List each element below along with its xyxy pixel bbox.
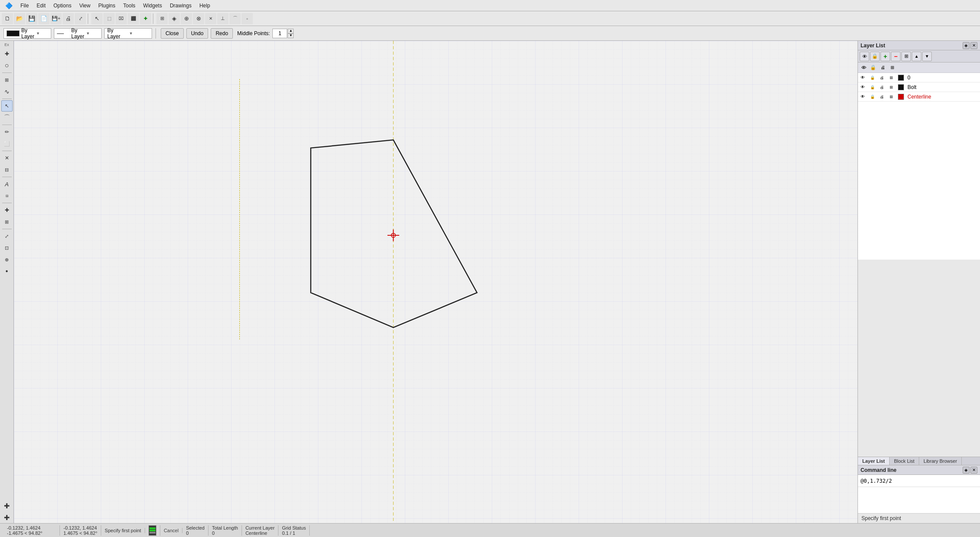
- snap-perpendicular-button[interactable]: ⊥: [217, 13, 228, 24]
- menu-options[interactable]: Options: [50, 2, 75, 10]
- linewidth-select[interactable]: By Layer ▼: [104, 28, 152, 39]
- cmd-pin-btn[interactable]: ◈: [963, 467, 970, 474]
- deselect-button[interactable]: ⌧: [116, 13, 127, 24]
- save-as-button[interactable]: 📄: [38, 13, 50, 24]
- menu-view[interactable]: View: [76, 2, 94, 10]
- canvas-area[interactable]: [14, 41, 858, 523]
- grid-button[interactable]: ⊞: [156, 13, 168, 24]
- layer-lock-btn[interactable]: 🔒: [870, 52, 880, 61]
- insert-point-button[interactable]: ✚: [140, 13, 151, 24]
- select-button[interactable]: ↖: [91, 13, 103, 24]
- wave-btn[interactable]: ∿: [1, 86, 13, 97]
- layer-up-btn[interactable]: ▲: [912, 52, 921, 61]
- layer-bolt-color[interactable]: [896, 84, 906, 90]
- layer-0-print[interactable]: 🖨: [877, 76, 887, 80]
- midpoints-up[interactable]: ▲: [288, 29, 294, 33]
- menu-tools[interactable]: Tools: [120, 2, 139, 10]
- cmd-input[interactable]: @0,1.732/2: [861, 478, 977, 484]
- snap-free-button[interactable]: ◦: [242, 13, 253, 24]
- grid-view-btn[interactable]: ⊞: [1, 74, 13, 86]
- layer-props-btn[interactable]: ⊞: [901, 52, 911, 61]
- move-btn[interactable]: ⤢: [1, 231, 13, 242]
- circle-btn[interactable]: ○: [1, 60, 13, 71]
- panel-pin-btn[interactable]: ◈: [963, 42, 970, 49]
- app-icon[interactable]: 🔷: [2, 1, 16, 10]
- tab-library-browser[interactable]: Library Browser: [919, 457, 962, 465]
- select-window-button[interactable]: ⬚: [103, 13, 115, 24]
- menu-drawings[interactable]: Drawings: [166, 2, 195, 10]
- text-btn[interactable]: A: [1, 178, 13, 190]
- layer-centerline-eye[interactable]: 👁: [858, 94, 867, 99]
- snap-midpoint-button[interactable]: ⊗: [193, 13, 204, 24]
- layer-centerline-color[interactable]: [896, 94, 906, 100]
- tab-layer-list[interactable]: Layer List: [858, 457, 890, 465]
- midpoints-down[interactable]: ▼: [288, 33, 294, 38]
- menubar: 🔷 File Edit Options View Plugins Tools W…: [0, 0, 980, 11]
- dot-btn[interactable]: •: [1, 266, 13, 277]
- pointer-btn[interactable]: ↖: [1, 100, 13, 112]
- layer-0-props[interactable]: ⊞: [887, 76, 896, 80]
- export-button[interactable]: ⤤: [75, 13, 86, 24]
- layer-bolt-eye[interactable]: 👁: [858, 85, 867, 89]
- layer-remove-btn[interactable]: −: [891, 52, 901, 61]
- save-button[interactable]: 💾: [26, 13, 37, 24]
- midpoints-spinner[interactable]: 1 ▲ ▼: [272, 29, 294, 38]
- layer-0-eye[interactable]: 👁: [858, 75, 867, 80]
- panel-controls: ◈ ✕: [963, 42, 977, 49]
- layer-eye-btn[interactable]: 👁: [860, 52, 869, 61]
- layers-btn[interactable]: ⊟: [1, 164, 13, 175]
- right-panel: Layer List ◈ ✕ 👁 🔒 + − ⊞ ▲ ▼ 👁 🔒 🖨 ⊞: [858, 41, 980, 523]
- cmd-input-row[interactable]: @0,1.732/2: [858, 475, 980, 487]
- panel-close-btn[interactable]: ✕: [970, 42, 977, 49]
- curve-btn[interactable]: ⌒: [1, 112, 13, 123]
- layer-bolt-lock[interactable]: 🔒: [867, 85, 877, 89]
- add-tool1[interactable]: ✚: [1, 500, 13, 511]
- layer-0-lock[interactable]: 🔒: [867, 76, 877, 80]
- layer-add-btn[interactable]: +: [881, 52, 890, 61]
- layer-bolt-props[interactable]: ⊞: [887, 85, 896, 89]
- layer-row-centerline[interactable]: 👁 🔒 🖨 ⊞ Centerline: [858, 92, 980, 102]
- undo-button[interactable]: Undo: [186, 28, 209, 39]
- layer-centerline-print[interactable]: 🖨: [877, 95, 887, 99]
- copy-btn[interactable]: ⊡: [1, 242, 13, 254]
- hatch-btn[interactable]: ⧇: [1, 190, 13, 201]
- close-shape-btn[interactable]: ✕: [1, 152, 13, 164]
- menu-file[interactable]: File: [17, 2, 32, 10]
- redo-button[interactable]: Redo: [211, 28, 233, 39]
- layer-bolt-print[interactable]: 🖨: [877, 85, 887, 89]
- layer-centerline-lock[interactable]: 🔒: [867, 95, 877, 99]
- snap-intersection-button[interactable]: ✕: [205, 13, 216, 24]
- snap-crosshair-btn[interactable]: ✚: [1, 48, 13, 59]
- tab-block-list[interactable]: Block List: [890, 457, 919, 465]
- layer-select-color[interactable]: By Layer ▼: [3, 28, 51, 39]
- insert-block-button[interactable]: ⬛: [128, 13, 139, 24]
- save-auto-button[interactable]: 💾+: [50, 13, 62, 24]
- layer-0-color[interactable]: [896, 75, 906, 81]
- close-button[interactable]: Close: [161, 28, 184, 39]
- menu-help[interactable]: Help: [196, 2, 214, 10]
- layer-down-btn[interactable]: ▼: [922, 52, 932, 61]
- snap-tangent-button[interactable]: ⌒: [229, 13, 241, 24]
- pencil-btn[interactable]: ✏: [1, 126, 13, 138]
- new-button[interactable]: 🗋: [2, 13, 13, 24]
- snap-button[interactable]: ◈: [169, 13, 180, 24]
- layer-row-0[interactable]: 👁 🔒 🖨 ⊞ 0: [858, 73, 980, 82]
- open-button[interactable]: 📂: [14, 13, 25, 24]
- col-eye: 👁: [859, 65, 868, 70]
- snap-endpoint-button[interactable]: ⊕: [181, 13, 192, 24]
- modify-btn[interactable]: ⊕: [1, 254, 13, 265]
- midpoints-input[interactable]: 1: [272, 29, 287, 38]
- rect-btn[interactable]: ⬜: [1, 138, 13, 149]
- add-tool2[interactable]: ✚: [1, 512, 13, 523]
- block-btn[interactable]: ⊞: [1, 216, 13, 227]
- print-button[interactable]: 🖨: [63, 13, 74, 24]
- add-btn[interactable]: ✚: [1, 204, 13, 216]
- cmd-close-btn[interactable]: ✕: [970, 467, 977, 474]
- menu-edit[interactable]: Edit: [33, 2, 49, 10]
- layer-row-bolt[interactable]: 👁 🔒 🖨 ⊞ Bolt: [858, 82, 980, 92]
- linetype-select[interactable]: — By Layer ▼: [54, 28, 102, 39]
- cancel-btn[interactable]: Cancel: [160, 528, 182, 533]
- menu-widgets[interactable]: Widgets: [140, 2, 166, 10]
- layer-centerline-props[interactable]: ⊞: [887, 95, 896, 99]
- menu-plugins[interactable]: Plugins: [95, 2, 119, 10]
